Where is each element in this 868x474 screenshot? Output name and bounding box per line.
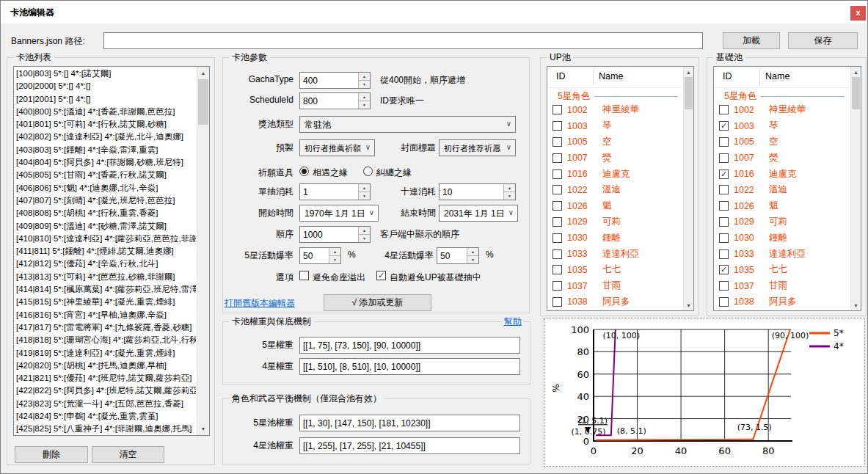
pool-row[interactable]: 1030鍾離 <box>547 230 683 246</box>
row-checkbox[interactable] <box>552 297 562 307</box>
endtime-picker[interactable]: 2031年 1月 1日∨ <box>439 205 518 222</box>
scheduleid-stepper[interactable]: ▲▼ <box>358 93 370 109</box>
list-item[interactable]: [425|825] 5*:[八重神子] 4*:[菲謝爾,迪奧娜,托馬] <box>16 423 196 434</box>
base-pool-scrollbar[interactable]: ▲ ▼ <box>850 67 861 310</box>
starttime-picker[interactable]: 1970年 1月 1日∨ <box>299 205 379 222</box>
row-checkbox[interactable] <box>719 281 729 291</box>
pool-row[interactable]: ✓1016迪盧克 <box>714 166 850 182</box>
list-item[interactable]: [409|809] 5*:[溫迪] 4*:[砂糖,雷澤,諾艾爾] <box>16 220 196 233</box>
row-checkbox[interactable] <box>552 233 562 243</box>
pool-weight4-input[interactable] <box>299 437 520 454</box>
list-item[interactable]: [401|801] 5*:[可莉] 4*:[行秋,諾艾爾,砂糖] <box>16 118 196 131</box>
scroll-thumb[interactable] <box>852 77 860 109</box>
list-item[interactable]: [407|807] 5*:[刻晴] 4*:[凝光,班尼特,芭芭拉] <box>16 194 196 207</box>
row-checkbox[interactable]: ✓ <box>719 169 729 179</box>
pool-row[interactable]: 1005空 <box>714 134 850 150</box>
list-item[interactable]: [408|808] 5*:[胡桃] 4*:[行秋,重雲,香菱] <box>16 207 196 219</box>
row-checkbox[interactable]: ✓ <box>719 121 729 131</box>
list-item[interactable]: [416|816] 5*:[宵宮] 4*:[早柚,迪奧娜,辛焱] <box>16 309 196 321</box>
list-item[interactable]: [423|823] 5*:[荒瀧一斗] 4*:[五郎,芭芭拉,香菱] <box>16 398 196 410</box>
weight4-input[interactable] <box>299 358 520 375</box>
row-checkbox[interactable] <box>552 201 562 211</box>
list-item[interactable]: [201|2001] 5*:[] 4*:[] <box>16 93 196 106</box>
list-item[interactable]: [418|818] 5*:[珊瑚宮心海] 4*:[蘿莎莉亞,北斗,行秋] <box>16 334 196 346</box>
pool-row[interactable]: 1033達達利亞 <box>714 246 850 262</box>
row-checkbox[interactable] <box>552 185 562 194</box>
scroll-up-icon[interactable]: ▲ <box>197 67 209 79</box>
list-item[interactable]: [410|810] 5*:[達達利亞] 4*:[蘿莎莉亞,芭芭拉,菲謝爾] <box>16 233 196 245</box>
pool-row[interactable]: ✓1003琴 <box>714 118 850 134</box>
pool-row[interactable]: 1038阿貝多 <box>547 294 683 310</box>
save-button[interactable]: 保存 <box>788 32 858 49</box>
pool-row[interactable]: 1026魈 <box>714 198 850 214</box>
list-item[interactable]: [412|812] 5*:[優菈] 4*:[辛焱,行秋,北斗] <box>16 258 196 270</box>
row-checkbox[interactable] <box>719 137 729 147</box>
pool-row[interactable]: 1007熒 <box>547 150 683 166</box>
gachatype-stepper[interactable]: ▲▼ <box>358 73 370 88</box>
list-item[interactable]: [419|819] 5*:[達達利亞] 4*:[凝光,重雲,煙緋] <box>16 347 196 360</box>
load-button[interactable]: 加載 <box>723 32 780 49</box>
path-input[interactable] <box>103 32 703 49</box>
list-item[interactable]: [421|821] 5*:[優菈] 4*:[班尼特,諾艾爾,蘿莎莉亞] <box>16 372 196 384</box>
scroll-up-icon[interactable]: ▲ <box>851 67 861 77</box>
row-checkbox[interactable] <box>719 201 729 211</box>
pool-row[interactable]: 1030鍾離 <box>714 230 850 246</box>
list-item[interactable]: [422|822] 5*:[阿貝多] 4*:[班尼特,諾艾爾,蘿莎莉亞] <box>16 384 196 397</box>
list-item[interactable]: [200|2000] 5*:[] 4*:[] <box>16 80 196 92</box>
pool-row[interactable]: ✓1035七七 <box>714 262 850 278</box>
delete-button[interactable]: 刪除 <box>15 446 88 463</box>
pooltype-select[interactable]: 常驻池∨ <box>299 116 516 133</box>
list-item[interactable]: [413|813] 5*:[可莉] 4*:[芭芭拉,砂糖,菲謝爾] <box>16 271 196 283</box>
row-checkbox[interactable] <box>552 249 562 259</box>
radio-acquaint-fate[interactable] <box>299 167 309 176</box>
row-checkbox[interactable] <box>719 153 729 163</box>
row-checkbox[interactable] <box>719 185 729 194</box>
pool-row[interactable]: 1016迪盧克 <box>547 166 683 182</box>
scroll-up-icon[interactable]: ▲ <box>684 67 693 77</box>
rate4-stepper[interactable]: ▲▼ <box>467 248 478 263</box>
pool-weight5-input[interactable] <box>299 415 520 431</box>
banner-listbox[interactable]: [100|803] 5*:[] 4*:[諾艾爾][200|2000] 5*:[]… <box>13 66 210 436</box>
add-update-button[interactable]: √ 添加或更新 <box>324 294 431 311</box>
list-item[interactable]: [403|803] 5*:[鍾離] 4*:[辛焱,雷澤,重雲] <box>16 144 196 156</box>
pool-row[interactable]: 1005空 <box>547 134 683 150</box>
list-item[interactable]: [415|815] 5*:[神里綾華] 4*:[凝光,重雲,煙緋] <box>16 296 196 308</box>
list-item[interactable]: [411|811] 5*:[鍾離] 4*:[煙緋,諾艾爾,迪奧娜] <box>16 245 196 258</box>
pool-row[interactable]: 1037甘雨 <box>714 278 850 294</box>
close-icon[interactable]: x <box>850 6 866 21</box>
pool-row[interactable]: 1029可莉 <box>547 214 683 230</box>
pool-row[interactable]: 1003琴 <box>547 118 683 134</box>
scroll-thumb[interactable] <box>198 79 208 125</box>
pool-row[interactable]: 1029可莉 <box>714 214 850 230</box>
radio-intertwined-fate[interactable] <box>363 167 373 176</box>
scroll-down-icon[interactable]: ▼ <box>684 300 693 310</box>
row-checkbox[interactable] <box>552 265 562 274</box>
checkbox-auto-avoid-up-in-base[interactable]: ✓ <box>376 271 386 280</box>
pool-row[interactable]: 1026魈 <box>547 198 683 214</box>
list-item[interactable]: [424|824] 5*:[申鶴] 4*:[凝光,重雲,雲堇] <box>16 410 196 423</box>
row-checkbox[interactable] <box>552 153 562 163</box>
up-pool-scrollbar[interactable]: ▲ ▼ <box>683 67 693 310</box>
pool-row[interactable]: 1002神里綾華 <box>714 102 850 118</box>
list-item[interactable]: [420|820] 5*:[胡桃] 4*:[托馬,迪奧娜,早柚] <box>16 360 196 372</box>
row-checkbox[interactable] <box>552 217 562 227</box>
scroll-thumb[interactable] <box>685 77 693 109</box>
scroll-down-icon[interactable]: ▼ <box>851 300 861 310</box>
pool-row[interactable]: 1038阿貝多 <box>714 294 850 310</box>
list-item[interactable]: [100|803] 5*:[] 4*:[諾艾爾] <box>16 68 196 80</box>
row-checkbox[interactable] <box>552 137 562 147</box>
row-checkbox[interactable] <box>719 105 729 114</box>
list-item[interactable]: [400|800] 5*:[溫迪] 4*:[香菱,菲謝爾,芭芭拉] <box>16 106 196 118</box>
clear-button[interactable]: 清空 <box>92 446 164 463</box>
list-item[interactable]: [417|817] 5*:[雷電將軍] 4*:[九條裟羅,香菱,砂糖] <box>16 321 196 334</box>
singlecost-stepper[interactable]: ▲▼ <box>358 184 370 200</box>
row-checkbox[interactable] <box>552 121 562 131</box>
pool-row[interactable]: 1002神里綾華 <box>547 102 683 118</box>
list-item[interactable]: [404|804] 5*:[阿貝多] 4*:[菲謝爾,砂糖,班尼特] <box>16 156 196 169</box>
row-checkbox[interactable] <box>552 105 562 114</box>
row-checkbox[interactable] <box>719 233 729 243</box>
pool-row[interactable]: 1033達達利亞 <box>547 246 683 262</box>
pool-row[interactable]: 1022溫迪 <box>547 182 683 198</box>
help-link[interactable]: 幫助 <box>502 316 524 328</box>
sort-stepper[interactable]: ▲▼ <box>358 227 370 242</box>
